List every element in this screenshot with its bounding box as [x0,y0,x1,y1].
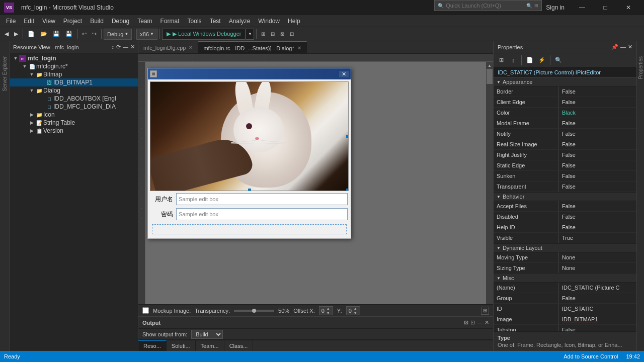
save-all-button[interactable]: 💾 [63,29,75,40]
offset-x-up[interactable]: ▲ [327,306,333,311]
props-section-dynamic-layout[interactable]: ▼ Dynamic Layout [494,243,636,252]
mockup-checkbox[interactable] [142,307,149,314]
prop-help-id[interactable]: Help ID False [494,222,636,233]
prop-group[interactable]: Group False [494,293,636,304]
output-ctrl-3[interactable]: — [477,319,482,326]
menu-view[interactable]: View [38,17,59,26]
tree-rc-file[interactable]: ▼ 📄 mfclogin.rc* [10,62,138,70]
props-tb-categories[interactable]: ⊞ [496,55,507,66]
props-section-misc[interactable]: ▼ Misc [494,274,636,283]
offset-x-input[interactable]: 0 ▲ ▼ [319,306,333,315]
prop-notify[interactable]: Notify False [494,129,636,139]
tab-dlg-cpp[interactable]: mfc_loginDlg.cpp ✕ [138,41,198,54]
dialog-close-btn[interactable]: ✕ [339,71,349,77]
menu-test[interactable]: Test [206,17,225,26]
tree-project-root[interactable]: ▼ m mfc_login [10,54,138,62]
menu-edit[interactable]: Edit [20,17,38,26]
resize-handle-br[interactable] [346,189,349,191]
tab-dialog-rc[interactable]: mfclogin.rc - IDD_...States)] - Dialog* … [198,41,306,54]
run-button[interactable]: ▶ ▶ Local Windows Debugger [162,29,246,40]
output-source-dropdown[interactable]: Build Debug [191,330,223,339]
menu-help[interactable]: Help [284,17,304,26]
prop-real-size[interactable]: Real Size Image False [494,139,636,150]
resize-handle-bc[interactable] [248,189,251,191]
prop-name-misc[interactable]: (Name) IDC_STATIC (Picture C [494,283,636,293]
prop-id[interactable]: ID IDC_STATIC [494,304,636,314]
menu-debug[interactable]: Debug [108,17,133,26]
props-tb-alpha[interactable]: ↕ [508,55,519,66]
menu-file[interactable]: File [2,17,20,26]
prop-transparent[interactable]: Transparent False [494,182,636,192]
vscroll-thumb[interactable] [487,69,493,84]
new-file-button[interactable]: 📄 [25,29,37,40]
tab-dialog-rc-close[interactable]: ✕ [297,45,301,51]
prop-client-edge[interactable]: Client Edge False [494,97,636,108]
se-collapse-btn[interactable]: — [123,44,128,50]
resize-handle-mr[interactable] [346,135,349,138]
back-button[interactable]: ◀ [2,29,11,40]
output-ctrl-1[interactable]: ⊠ [464,319,468,326]
properties-tab[interactable]: Properties [638,56,643,79]
prop-tabstop[interactable]: Tabstop False [494,325,636,331]
redo-button[interactable]: ↪ [90,29,99,40]
prop-visible[interactable]: Visible True [494,233,636,243]
dialog-window[interactable]: ▦ ✕ [147,68,351,239]
menu-tools[interactable]: Tools [184,17,206,26]
save-button[interactable]: 💾 [50,29,62,40]
tree-version[interactable]: ▶ 📋 Version [10,127,138,135]
prop-sizing-type[interactable]: Sizing Type None [494,263,636,274]
se-refresh-btn[interactable]: ⟳ [116,44,121,50]
menu-window[interactable]: Window [254,17,284,26]
tree-dialog-item1[interactable]: □ IDD_ABOUTBOX [Engl [10,95,138,103]
menu-format[interactable]: Format [156,17,184,26]
tab-dlg-cpp-close[interactable]: ✕ [189,45,193,50]
search-input[interactable] [446,3,526,9]
prop-accept-files[interactable]: Accept Files False [494,201,636,212]
offset-x-down[interactable]: ▼ [327,311,333,315]
offset-y-input[interactable]: 0 ▲ ▼ [346,306,360,315]
offset-y-up[interactable]: ▲ [354,306,360,311]
tree-bitmap-item[interactable]: 🖼 IDB_BITMAP1 [10,78,138,86]
forward-button[interactable]: ▶ [12,29,21,40]
prop-sunken[interactable]: Sunken False [494,171,636,182]
dialog-canvas[interactable]: · · · · · · · · · · · · · · · · ▦ ✕ [138,62,493,304]
add-to-source-control[interactable]: Add to Source Control [564,353,618,359]
menu-analyze[interactable]: Analyze [225,17,255,26]
prop-disabled[interactable]: Disabled False [494,212,636,222]
prop-right-justify[interactable]: Right Justify False [494,150,636,160]
maximize-button[interactable]: □ [594,0,617,15]
bottom-tab-soluti[interactable]: Soluti... [167,340,196,351]
vscroll-up[interactable]: ▲ [486,62,493,69]
sign-in-link[interactable]: Sign in [546,0,565,15]
bottom-tab-reso[interactable]: Reso... [138,340,167,351]
run-dropdown-arrow[interactable]: ▼ [246,29,254,40]
prop-modal-frame[interactable]: Modal Frame False [494,118,636,129]
menu-team[interactable]: Team [133,17,156,26]
tree-bitmap-folder[interactable]: ▼ 📁 Bitmap [10,70,138,78]
bottom-tab-class[interactable]: Class... [224,340,254,351]
props-close-btn[interactable]: ✕ [628,44,632,50]
toolbar-more-1[interactable]: ⊞ [259,29,268,40]
mockup-expand[interactable]: ⊞ [481,307,489,315]
output-ctrl-4[interactable]: ✕ [485,319,489,326]
props-pin-btn[interactable]: 📌 [611,44,618,50]
tree-string-table[interactable]: ▶ 📝 String Table [10,119,138,127]
se-sync-btn[interactable]: ↕ [112,44,115,50]
prop-moving-type[interactable]: Moving Type None [494,252,636,263]
props-tb-prop-pages[interactable]: 📄 [524,55,535,66]
platform-dropdown[interactable]: x86 ▼ [136,29,157,40]
prop-image[interactable]: Image IDB_BITMAP1 [494,314,636,325]
props-tb-events[interactable]: ⚡ [536,55,547,66]
prop-color[interactable]: Color Black [494,108,636,118]
toolbar-more-4[interactable]: ⊡ [287,29,296,40]
transparency-slider[interactable] [234,310,274,312]
close-button[interactable]: ✕ [617,0,640,15]
props-section-appearance[interactable]: ▼ Appearance [494,78,636,86]
search-box[interactable]: 🔍 🔍 ⊞ [434,0,542,11]
props-section-behavior[interactable]: ▼ Behavior [494,192,636,201]
prop-border[interactable]: Border False [494,86,636,97]
offset-y-down[interactable]: ▼ [354,311,360,315]
toolbar-more-2[interactable]: ⊟ [268,29,277,40]
props-collapse-btn[interactable]: — [620,44,626,50]
tree-dialog-folder[interactable]: ▼ 📁 Dialog [10,86,138,95]
